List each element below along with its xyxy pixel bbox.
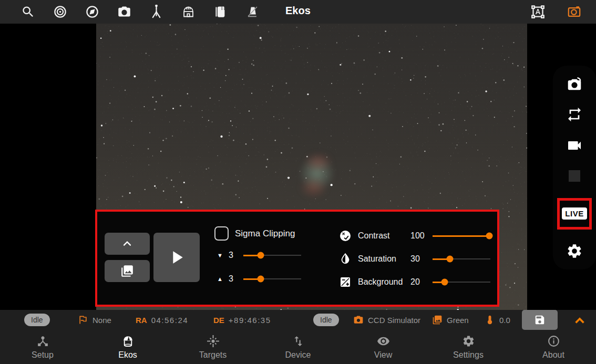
triangle-up-icon: ▲: [217, 276, 227, 282]
eye-icon: [377, 335, 390, 348]
camera-orange-icon[interactable]: [567, 5, 581, 19]
nav-item-settings[interactable]: Settings: [426, 330, 511, 364]
device-hub-icon: [36, 335, 49, 348]
saturation-icon: [339, 253, 352, 265]
play-button[interactable]: [153, 233, 200, 282]
bottom-nav: Setup Ekos Targets Device View Settings …: [0, 330, 596, 364]
alignment-target-icon[interactable]: [53, 5, 67, 19]
nav-item-ekos[interactable]: Ekos: [85, 330, 170, 364]
background-value: 20: [410, 277, 433, 287]
format-shapes-icon[interactable]: [531, 5, 545, 19]
contrast-value: 100: [410, 231, 433, 241]
nav-item-view[interactable]: View: [341, 330, 426, 364]
de-value: +89:46:35: [229, 316, 271, 325]
target-value: None: [93, 316, 111, 325]
contrast-label: Contrast: [358, 231, 410, 241]
sigma-high-slider[interactable]: [243, 275, 301, 283]
camera-status: CCD Simulator: [353, 310, 420, 330]
top-toolbar-right-icons: [531, 0, 581, 24]
filter-status: Green: [432, 310, 469, 330]
contrast-row: Contrast 100: [339, 230, 490, 242]
mount-tripod-icon[interactable]: [149, 5, 163, 19]
slider-thumb[interactable]: [486, 233, 492, 240]
de-status: DE +89:46:35: [213, 310, 271, 330]
image-controls-panel: Sigma Clipping ▼ 3 ▲ 3 Contrast: [95, 210, 499, 307]
slider-thumb[interactable]: [258, 276, 264, 283]
gear-icon[interactable]: [566, 242, 583, 260]
dustcap-icon[interactable]: [213, 5, 228, 19]
target-status: None: [78, 310, 111, 330]
nav-item-device[interactable]: Device: [255, 330, 341, 364]
compass-icon[interactable]: [85, 5, 99, 19]
contrast-icon: [339, 230, 352, 242]
stop-icon: [566, 167, 583, 185]
loop-icon[interactable]: [566, 106, 583, 123]
saturation-label: Saturation: [358, 254, 410, 264]
saturation-slider[interactable]: [433, 255, 490, 263]
nav-label: Setup: [32, 350, 54, 360]
capture-toolbar: LIVE: [553, 66, 596, 269]
nav-item-setup[interactable]: Setup: [0, 330, 85, 364]
video-icon[interactable]: [566, 137, 583, 154]
dome-icon[interactable]: [181, 5, 196, 19]
slider-thumb[interactable]: [258, 252, 264, 259]
nav-label: Ekos: [118, 350, 137, 360]
camera-name: CCD Simulator: [368, 316, 420, 325]
dome-icon: [121, 335, 135, 348]
search-icon[interactable]: [21, 5, 35, 19]
thermometer-icon: [485, 315, 495, 325]
capture-camera-icon[interactable]: [117, 5, 131, 19]
sigma-low-value: 3: [229, 251, 239, 260]
expand-statusbar-button[interactable]: [571, 311, 589, 329]
triangle-down-icon: ▼: [217, 252, 227, 258]
background-row: Background 20: [339, 276, 490, 288]
collapse-up-button[interactable]: [105, 233, 150, 255]
nav-label: About: [542, 350, 564, 360]
ra-status: RA 04:56:24: [136, 310, 188, 330]
swap-vert-icon: [292, 335, 305, 348]
app-title: Ekos: [285, 5, 311, 17]
temperature-status: 0.0: [485, 310, 510, 330]
nav-label: Device: [285, 350, 311, 360]
nav-item-about[interactable]: About: [511, 330, 596, 364]
top-toolbar: Ekos: [0, 0, 596, 24]
sigma-low-row: ▼ 3: [217, 251, 301, 260]
sigma-low-slider[interactable]: [243, 252, 301, 259]
annotation-live-highlight: [557, 198, 592, 230]
mount-status-badge: Idle: [24, 314, 50, 326]
background-label: Background: [358, 277, 410, 287]
ra-value: 04:56:24: [151, 316, 188, 325]
slider-thumb[interactable]: [447, 256, 454, 263]
gear-icon: [462, 335, 475, 348]
capture-status-badge: Idle: [313, 314, 339, 326]
background-icon: [339, 276, 352, 288]
stellarmate-app: Ekos LIVE: [0, 0, 596, 364]
save-button[interactable]: [522, 310, 558, 330]
contrast-slider[interactable]: [433, 232, 490, 240]
sigma-clipping-checkbox[interactable]: [214, 226, 229, 241]
filter-name: Green: [447, 316, 469, 325]
top-toolbar-left-icons: [0, 5, 260, 19]
de-label: DE: [213, 316, 224, 325]
saturation-value: 30: [410, 254, 433, 264]
background-slider[interactable]: [433, 278, 490, 286]
nav-label: View: [374, 350, 392, 360]
photo-library-icon: [432, 315, 443, 325]
status-bar: Idle None RA 04:56:24 DE +89:46:35 Idle …: [0, 310, 596, 330]
flare-icon: [207, 335, 220, 348]
sigma-high-value: 3: [229, 274, 239, 284]
flag-icon: [78, 315, 88, 325]
slider-thumb[interactable]: [441, 279, 448, 286]
ra-label: RA: [136, 316, 147, 325]
sigma-clipping-label: Sigma Clipping: [235, 228, 295, 239]
temperature-value: 0.0: [499, 316, 510, 325]
flat-panel-icon[interactable]: [245, 5, 260, 19]
live-button-wrap: LIVE: [557, 198, 592, 230]
chevron-up-icon: [572, 313, 588, 328]
nav-item-targets[interactable]: Targets: [170, 330, 255, 364]
saturation-row: Saturation 30: [339, 253, 490, 265]
preview-camera-icon[interactable]: [566, 75, 583, 93]
gallery-button[interactable]: [105, 260, 150, 282]
camera-icon: [353, 315, 364, 325]
save-icon: [534, 314, 546, 326]
